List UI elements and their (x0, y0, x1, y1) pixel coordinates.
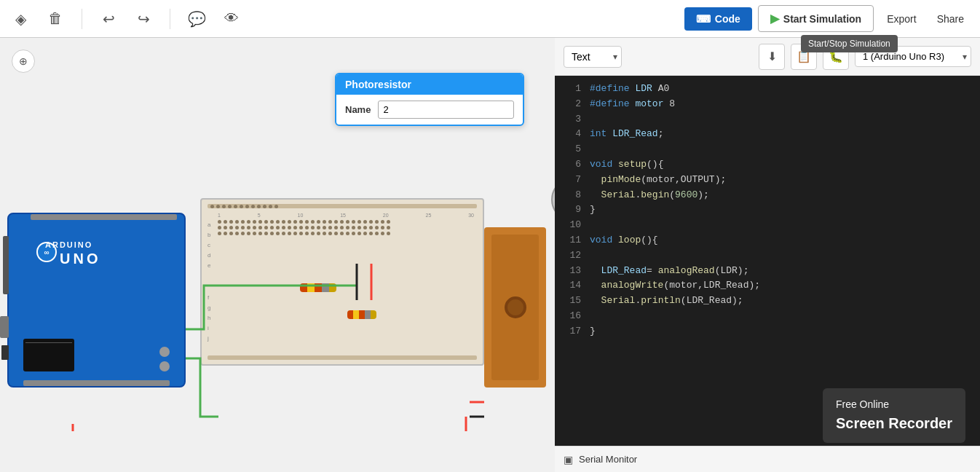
code-line-11: 11 void loop(){ (555, 233, 980, 248)
code-line-17: 17 } (555, 324, 980, 339)
code-line-15: 15 Serial.println(LDR_Read); (555, 294, 980, 309)
code-panel: Text ⬇ 📋 🐛 1 (Arduino Uno R3) 1 #define … (555, 38, 980, 472)
canvas-controls: ⊕ (12, 50, 35, 73)
code-line-9: 9 } (555, 202, 980, 218)
view-icon[interactable]: 👁 (220, 7, 243, 31)
code-line-10: 10 (555, 218, 980, 233)
toolbar: ◈ 🗑 ↩ ↪ 💬 👁 ⌨ Code ▶ Start Simulation Ex… (0, 0, 980, 38)
code-mode-select[interactable]: Text (564, 46, 622, 68)
toolbar-right: ⌨ Code ▶ Start Simulation Export Share (684, 5, 971, 32)
undo-icon[interactable]: ↩ (97, 7, 120, 31)
resistor-2 (347, 310, 376, 319)
code-line-4: 4 int LDR_Read; (555, 127, 980, 142)
code-header: Text ⬇ 📋 🐛 1 (Arduino Uno R3) (555, 38, 980, 76)
code-line-2: 2 #define motor 8 (555, 97, 980, 112)
redo-icon[interactable]: ↪ (132, 7, 155, 31)
arduino-label: ARDUINO (45, 240, 92, 249)
delete-icon[interactable]: 🗑 (44, 7, 67, 31)
photoresistor-popup-header: Photoresistor (336, 74, 523, 95)
resistor-1 (300, 283, 336, 292)
main-content: ⊕ Photoresistor Name ∞ ARDUINO UNO (0, 38, 980, 472)
code-line-6: 6 void setup(){ (555, 157, 980, 173)
code-icon: ⌨ (696, 13, 711, 25)
simulate-button[interactable]: ▶ Start Simulation (758, 5, 874, 32)
circuit-container: ∞ ARDUINO UNO (0, 140, 553, 431)
code-editor[interactable]: 1 #define LDR A0 2 #define motor 8 3 4 i… (555, 76, 980, 446)
simulate-tooltip: Start/Stop Simulation (801, 35, 898, 52)
photoresistor-popup-body: Name (336, 95, 523, 125)
fit-view-button[interactable]: ⊕ (12, 50, 35, 73)
photoresistor-name-label: Name (345, 104, 371, 115)
code-button-label: Code (715, 13, 740, 25)
serial-monitor-label: Serial Monitor (579, 454, 637, 465)
code-line-12: 12 (555, 248, 980, 264)
toolbar-separator (82, 9, 82, 29)
arduino-board: ∞ ARDUINO UNO (7, 213, 186, 388)
serial-monitor-icon: ▣ (564, 454, 573, 465)
play-icon: ▶ (770, 12, 779, 25)
code-line-3: 3 (555, 112, 980, 127)
code-line-14: 14 analogWrite(motor,LDR_Read); (555, 278, 980, 294)
code-line-13: 13 LDR_Read= analogRead(LDR); (555, 264, 980, 279)
code-button[interactable]: ⌨ Code (684, 7, 752, 31)
code-line-16: 16 (555, 309, 980, 324)
breadboard: abcde fghij 151015202530 (200, 198, 484, 366)
photoresistor-popup: Photoresistor Name (335, 73, 524, 126)
toolbar-separator-2 (170, 9, 170, 29)
code-line-1: 1 #define LDR A0 (555, 82, 980, 97)
photoresistor-name-input[interactable] (378, 101, 514, 119)
download-button[interactable]: ⬇ (759, 44, 785, 70)
code-line-7: 7 pinMode(motor,OUTPUT); (555, 173, 980, 188)
canvas-area[interactable]: ⊕ Photoresistor Name ∞ ARDUINO UNO (0, 38, 555, 472)
code-mode-select-wrapper: Text (564, 46, 622, 68)
simulate-button-label: Start Simulation (783, 13, 861, 25)
arduino-uno-label: UNO (60, 251, 100, 267)
photoresistor-component[interactable] (551, 178, 555, 221)
export-button[interactable]: Export (880, 9, 923, 29)
code-line-8: 8 Serial.begin(9600); (555, 188, 980, 203)
code-line-5: 5 (555, 142, 980, 157)
motor-component (484, 227, 546, 388)
serial-monitor-bar[interactable]: ▣ Serial Monitor (555, 446, 980, 472)
shape-tool-icon[interactable]: ◈ (9, 7, 32, 31)
comment-icon[interactable]: 💬 (185, 7, 208, 31)
share-button[interactable]: Share (930, 9, 971, 29)
